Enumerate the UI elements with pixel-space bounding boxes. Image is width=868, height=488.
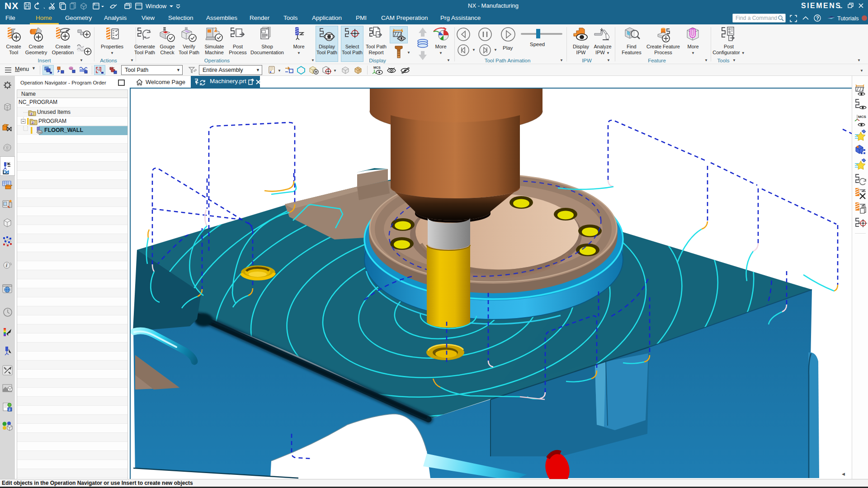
svg-text:2: 2	[30, 112, 33, 116]
svg-text:MCS: MCS	[858, 115, 866, 119]
svg-text:Window: Window	[146, 3, 167, 9]
svg-text:2: 2	[9, 408, 10, 411]
svg-text:MCS: MCS	[373, 66, 381, 69]
svg-text:?: ?	[816, 15, 819, 21]
svg-text:Tutorials: Tutorials	[837, 15, 859, 22]
svg-text:2: 2	[32, 121, 34, 125]
